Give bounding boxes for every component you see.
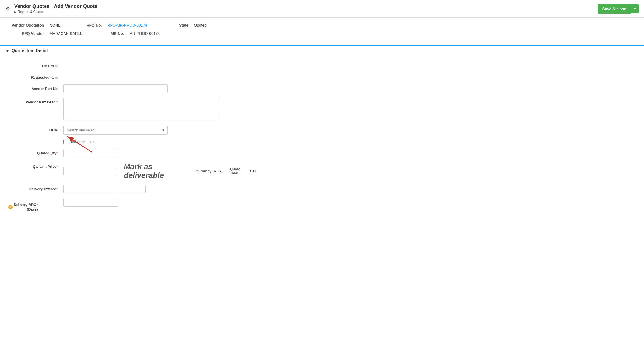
requested-item-row: Requested item [8, 73, 636, 79]
mark-as-deliverable-annotation: Mark as deliverable [124, 162, 188, 180]
vendor-part-desc-textarea[interactable] [63, 98, 220, 120]
rfq-no-group: RFQ No. RFQ-MR-PROD-00174 [66, 23, 147, 27]
uom-input-area: Search and select ▼ [63, 126, 256, 135]
vendor-part-no-input-area [63, 84, 256, 93]
vendor-part-no-row: Vendor Part No [8, 84, 636, 93]
quoted-qty-input-area [63, 149, 256, 157]
uom-row: UOM Search and select ▼ [8, 126, 636, 135]
deliverable-item-checkbox[interactable] [63, 140, 67, 144]
delivery-aro-input[interactable] [63, 198, 118, 207]
rfq-no-label: RFQ No. [66, 23, 102, 27]
qte-unit-price-label: Qte Unit Price* [8, 162, 63, 169]
mr-no-value: MR-PROD-00174 [130, 31, 160, 36]
form-header-row-1: Vendor Quotation NONE RFQ No. RFQ-MR-PRO… [8, 23, 636, 27]
section-title: Quote Item Detail [12, 48, 48, 53]
dropdown-arrow-icon: ▾ [634, 7, 636, 11]
save-close-dropdown-button[interactable]: ▾ [631, 4, 639, 13]
vendor-quotation-group: Vendor Quotation NONE [8, 23, 60, 27]
vendor-part-desc-label: Vendor Part Desc.* [8, 98, 63, 104]
page-title: Add Vendor Quote [54, 4, 97, 9]
state-value: Quoted [194, 23, 207, 27]
module-title: Vendor Quotes [14, 4, 49, 9]
unit-price-row: Mark as deliverable Currency MGA Quote T… [63, 162, 256, 180]
line-item-row: Line Item [8, 62, 636, 68]
uom-label: UOM [8, 126, 63, 132]
vendor-quotation-label: Vendor Quotation [8, 23, 44, 27]
save-close-button[interactable]: Save & close [598, 4, 631, 14]
form-header-section: Vendor Quotation NONE RFQ No. RFQ-MR-PRO… [0, 18, 644, 42]
main-form: Line Item Requested item Vendor Part No … [0, 56, 644, 222]
vendor-part-no-input[interactable] [63, 84, 168, 93]
main-title-group: Vendor Quotes Add Vendor Quote [14, 4, 97, 9]
requested-item-label: Requested item [8, 73, 63, 79]
qte-unit-price-row: Qte Unit Price* Mark as deliverable Curr… [8, 162, 636, 180]
section-collapse-icon[interactable]: ▼ [5, 49, 9, 53]
quoted-qty-input[interactable] [63, 149, 118, 157]
vendor-quotation-value: NONE [49, 23, 60, 27]
uom-select-wrapper: Search and select ▼ [63, 126, 168, 135]
header-actions: Save & close ▾ [598, 4, 639, 14]
mr-no-group: MR No. MR-PROD-00174 [88, 31, 160, 36]
state-label: State [153, 23, 188, 27]
deliverable-item-row: Deliverable Item [63, 140, 636, 144]
breadcrumb-sub-label[interactable]: Reports & Charts [18, 10, 43, 14]
delivery-aro-info-icon[interactable]: i [8, 205, 13, 209]
form-header-row-2: RFQ Vendor MADACAN SARLU MR No. MR-PROD-… [8, 31, 636, 36]
delivery-offered-row: Delivery Offered* [8, 185, 636, 193]
breadcrumb: ▶ Reports & Charts [14, 10, 97, 14]
quoted-qty-label: Quoted Qty* [8, 149, 63, 155]
settings-icon[interactable]: ⚙ [5, 6, 10, 12]
vendor-part-desc-row: Vendor Part Desc.* [8, 98, 636, 121]
header-titles: Vendor Quotes Add Vendor Quote ▶ Reports… [14, 4, 97, 14]
delivery-offered-label: Delivery Offered* [8, 185, 63, 191]
quote-total-label: Quote Total [230, 167, 246, 175]
vendor-part-desc-input-area [63, 98, 256, 121]
delivery-offered-input[interactable] [63, 185, 146, 193]
rfq-no-link[interactable]: RFQ-MR-PROD-00174 [107, 23, 147, 27]
line-item-label: Line Item [8, 62, 63, 68]
quote-total-value: 0.00 [249, 169, 256, 173]
currency-group: Currency MGA [196, 169, 222, 173]
breadcrumb-arrow-icon: ▶ [14, 10, 16, 13]
delivery-aro-row: i Delivery ARO* (Days) [8, 198, 636, 212]
state-group: State Quoted [153, 23, 207, 27]
mr-no-label: MR No. [88, 31, 124, 36]
uom-select[interactable]: Search and select [63, 126, 168, 135]
qte-unit-price-input[interactable] [63, 167, 115, 175]
page-header: ⚙ Vendor Quotes Add Vendor Quote ▶ Repor… [0, 0, 644, 18]
rfq-vendor-label: RFQ Vendor [8, 31, 44, 36]
delivery-aro-label: Delivery ARO* (Days) [14, 203, 38, 212]
currency-label: Currency [196, 169, 211, 173]
qte-unit-price-input-area: Mark as deliverable Currency MGA Quote T… [63, 162, 256, 180]
delivery-offered-input-area [63, 185, 256, 193]
rfq-vendor-value: MADACAN SARLU [49, 31, 83, 36]
delivery-aro-input-area [63, 198, 256, 207]
vendor-part-no-label: Vendor Part No [8, 84, 63, 91]
deliverable-item-label[interactable]: Deliverable Item [70, 140, 95, 144]
delivery-aro-label-inner: i Delivery ARO* (Days) [8, 200, 58, 212]
rfq-vendor-group: RFQ Vendor MADACAN SARLU [8, 31, 83, 36]
delivery-aro-label-wrapper: i Delivery ARO* (Days) [8, 198, 63, 212]
quote-item-detail-section-header: ▼ Quote Item Detail [0, 45, 644, 56]
quote-total-group: Quote Total 0.00 [230, 167, 256, 175]
currency-value: MGA [214, 169, 222, 173]
quoted-qty-row: Quoted Qty* [8, 149, 636, 157]
